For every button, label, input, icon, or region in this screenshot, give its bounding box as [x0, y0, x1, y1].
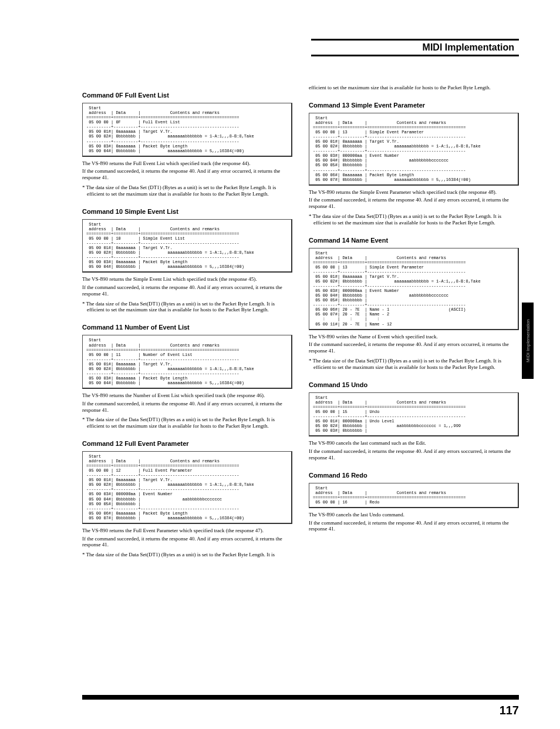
cmd15-p1: The VS-890 cancels the last command such…: [309, 440, 519, 446]
cmd12-title: Command 12 Full Event Parameter: [82, 440, 292, 448]
cmd0f-table: Start address | Data | Contents and rema…: [82, 103, 292, 156]
cmd11-table: Start address | Data | Contents and rema…: [82, 335, 292, 388]
cmd0f-p1: The VS-890 returns the Full Event List w…: [82, 160, 292, 167]
cmd13-table: Start address | Data | Contents and rema…: [309, 113, 519, 186]
cmd13-p2: If the command succeeded, it returns the…: [309, 197, 519, 210]
page-number: 117: [500, 704, 519, 717]
cmd14-title: Command 14 Name Event: [309, 237, 519, 244]
cmd12-p1: The VS-890 returns the Full Event Parame…: [82, 528, 292, 534]
cmd10-p1: The VS-890 returns the Simple Event List…: [82, 276, 292, 283]
cmd11-title: Command 11 Number of Event List: [82, 324, 292, 331]
cmd14-note: * The data size of the Data Set(DT1) (By…: [313, 358, 519, 371]
cmd10-note: * The data size of the Data Set(DT1) (By…: [87, 301, 292, 314]
cmd12-p2: If the command succeeded, it returns the…: [82, 536, 292, 549]
cmd16-table: Start address | Data | Contents and rema…: [309, 483, 519, 508]
cmd0f-p2: If the command succeeded, it returns the…: [82, 168, 292, 181]
cmd13-note: * The data size of the Data Set(DT1) (By…: [313, 213, 519, 226]
cmd16-title: Command 16 Redo: [309, 472, 519, 479]
cmd14-p2: If the command succeeded, it returns the…: [309, 341, 519, 354]
cmd16-p2: If the command succeeded, it returns the…: [309, 520, 519, 533]
cmd11-p2: If the command succeeded, it returns the…: [82, 401, 292, 414]
right-cont: efficient to set the maximum size that i…: [309, 85, 519, 91]
side-tab: MIDI Implementation: [522, 303, 534, 379]
cmd14-table: Start address | Data | Contents and rema…: [309, 248, 519, 330]
left-column: Command 0F Full Event List Start address…: [82, 81, 292, 562]
cmd16-p1: The VS-890 cancels the last Undo command…: [309, 512, 519, 518]
cmd12-note: * The data size of the Data Set(DT1) (By…: [87, 552, 292, 558]
cmd10-p2: If the command succeeded, it returns the…: [82, 284, 292, 297]
cmd13-title: Command 13 Simple Event Parameter: [309, 102, 519, 109]
cmd15-title: Command 15 Undo: [309, 381, 519, 389]
header-title: MIDI Implementation: [423, 42, 514, 53]
cmd0f-note: * The data size of the Data Set (DT1) (B…: [87, 184, 292, 197]
cmd0f-title: Command 0F Full Event List: [82, 92, 292, 99]
cmd15-table: Start address | Data | Contents and rema…: [309, 392, 519, 436]
cmd14-p1: The VS-890 writes the Name of Event whic…: [309, 334, 519, 340]
footer-bar: [82, 695, 519, 700]
cmd11-note: * The data size of the Data Set(DT1) (By…: [87, 416, 292, 429]
cmd13-p1: The VS-890 returns the Simple Event Para…: [309, 189, 519, 196]
cmd15-p2: If the command succeeded, it returns the…: [309, 448, 519, 461]
page-header: MIDI Implementation: [311, 39, 519, 56]
cmd10-title: Command 10 Simple Event List: [82, 208, 292, 216]
cmd10-table: Start address | Data | Contents and rema…: [82, 219, 292, 273]
cmd11-p1: The VS-890 returns the Number of Event L…: [82, 392, 292, 399]
right-column: efficient to set the maximum size that i…: [309, 81, 519, 562]
cmd12-table: Start address | Data | Contents and rema…: [82, 451, 292, 524]
